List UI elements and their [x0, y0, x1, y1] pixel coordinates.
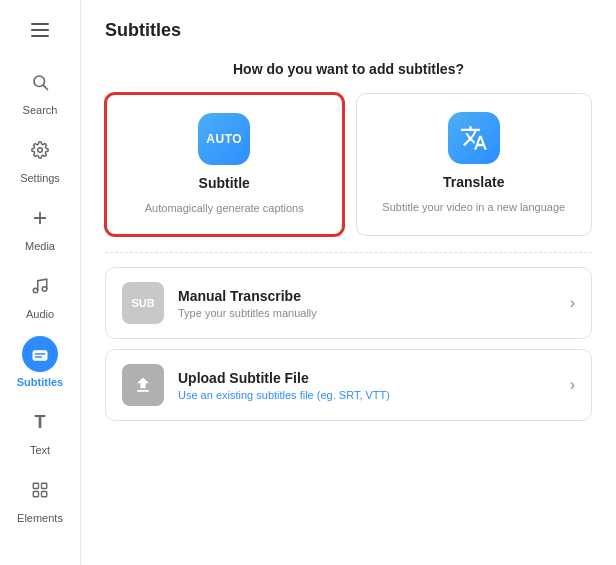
page-title: Subtitles: [105, 20, 592, 41]
hamburger-line: [31, 23, 49, 25]
upload-subtitle-text: Upload Subtitle File Use an existing sub…: [178, 370, 556, 401]
card-translate-desc: Subtitle your video in a new language: [382, 200, 565, 215]
upload-icon: [122, 364, 164, 406]
sidebar-label-search: Search: [23, 104, 58, 116]
svg-point-5: [33, 288, 38, 293]
chevron-icon-2: ›: [570, 376, 575, 394]
row-upload-subtitle[interactable]: Upload Subtitle File Use an existing sub…: [105, 349, 592, 421]
hamburger-line: [31, 29, 49, 31]
sidebar-item-audio[interactable]: Audio: [0, 260, 80, 328]
card-subtitle[interactable]: AUTO Subtitle Automagically generate cap…: [105, 93, 344, 236]
translate-icon: [448, 112, 500, 164]
manual-transcribe-desc: Type your subtitles manually: [178, 307, 556, 319]
top-cards: AUTO Subtitle Automagically generate cap…: [105, 93, 592, 236]
card-subtitle-desc: Automagically generate captions: [145, 201, 304, 216]
hamburger-line: [31, 35, 49, 37]
sidebar: Search Settings Media Audio: [0, 0, 81, 565]
audio-icon: [31, 277, 49, 295]
sidebar-label-elements: Elements: [17, 512, 63, 524]
sidebar-label-text: Text: [30, 444, 50, 456]
main-content: Subtitles How do you want to add subtitl…: [81, 0, 616, 565]
search-icon: [31, 73, 49, 91]
elements-icon: [31, 481, 49, 499]
media-icon: [31, 209, 49, 227]
chevron-icon: ›: [570, 294, 575, 312]
sidebar-item-text[interactable]: T Text: [0, 396, 80, 464]
sidebar-label-media: Media: [25, 240, 55, 252]
sidebar-item-subtitles[interactable]: Subtitles: [0, 328, 80, 396]
divider: [105, 252, 592, 253]
upload-subtitle-desc: Use an existing subtitles file (eg. SRT,…: [178, 389, 556, 401]
svg-rect-12: [33, 492, 38, 497]
sidebar-label-subtitles: Subtitles: [17, 376, 63, 388]
sidebar-item-media[interactable]: Media: [0, 192, 80, 260]
manual-transcribe-text: Manual Transcribe Type your subtitles ma…: [178, 288, 556, 319]
sidebar-label-settings: Settings: [20, 172, 60, 184]
svg-rect-7: [33, 350, 48, 361]
card-translate-title: Translate: [443, 174, 504, 190]
svg-rect-13: [42, 492, 47, 497]
card-translate[interactable]: Translate Subtitle your video in a new l…: [356, 93, 593, 236]
text-icon: T: [35, 412, 46, 433]
subtitles-icon: [31, 345, 49, 363]
sidebar-label-audio: Audio: [26, 308, 54, 320]
hamburger-menu[interactable]: [20, 12, 60, 48]
card-subtitle-title: Subtitle: [199, 175, 250, 191]
sidebar-item-elements[interactable]: Elements: [0, 464, 80, 532]
sidebar-item-settings[interactable]: Settings: [0, 124, 80, 192]
manual-transcribe-title: Manual Transcribe: [178, 288, 556, 304]
sidebar-item-search[interactable]: Search: [0, 56, 80, 124]
svg-line-1: [43, 85, 47, 89]
settings-icon: [31, 141, 49, 159]
svg-rect-11: [42, 483, 47, 488]
row-manual-transcribe[interactable]: SUB Manual Transcribe Type your subtitle…: [105, 267, 592, 339]
sub-icon: SUB: [122, 282, 164, 324]
svg-point-2: [38, 148, 43, 153]
subtitle-question: How do you want to add subtitles?: [105, 61, 592, 77]
svg-rect-10: [33, 483, 38, 488]
auto-icon: AUTO: [198, 113, 250, 165]
svg-point-6: [42, 287, 47, 292]
upload-subtitle-title: Upload Subtitle File: [178, 370, 556, 386]
